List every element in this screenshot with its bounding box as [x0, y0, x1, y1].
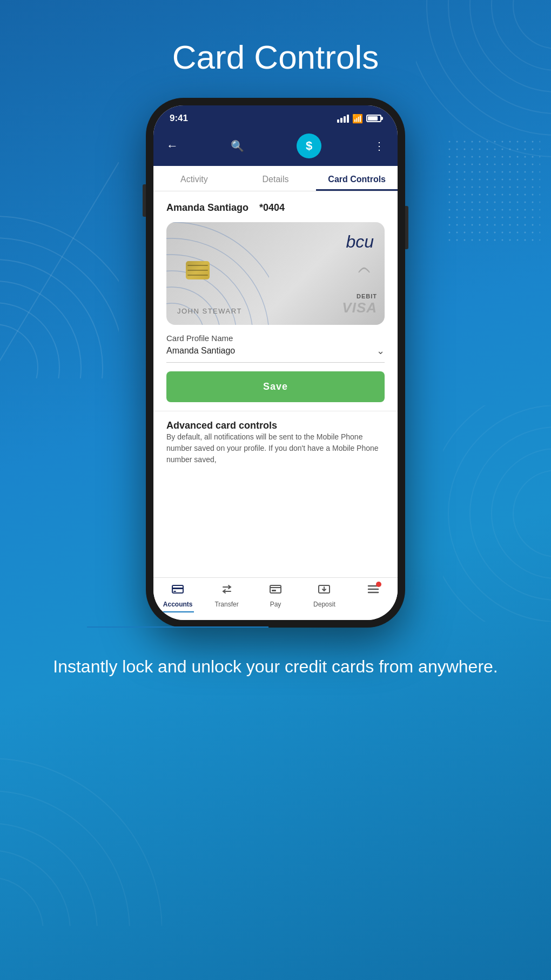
dot-pattern — [448, 141, 540, 243]
nav-accounts[interactable]: Accounts — [153, 583, 202, 612]
status-time: 9:41 — [170, 113, 188, 124]
status-bar: 9:41 📶 — [153, 105, 398, 128]
svg-point-22 — [0, 791, 130, 926]
decorative-arcs-right-mid — [443, 405, 551, 622]
card-chip — [186, 261, 210, 279]
debit-card-visual: bcu DEBIT — [166, 222, 385, 325]
svg-rect-33 — [270, 585, 281, 593]
profile-field-value: Amanda Santiago — [166, 346, 235, 356]
tab-card-controls[interactable]: Card Controls — [316, 166, 398, 191]
signal-icon — [337, 115, 349, 123]
menu-badge-dot — [376, 582, 381, 587]
card-holder-name: JOHN STEWART — [177, 307, 242, 315]
chevron-down-icon: ⌄ — [377, 345, 385, 357]
svg-rect-35 — [272, 590, 276, 591]
card-visa-text: VISA — [342, 299, 377, 316]
nav-menu[interactable] — [349, 583, 398, 612]
transfer-icon — [220, 583, 233, 598]
tab-activity[interactable]: Activity — [153, 166, 235, 191]
card-content: Amanda Santiago *0404 — [153, 191, 398, 577]
accounts-icon — [171, 583, 184, 598]
menu-icon — [367, 583, 380, 598]
svg-point-23 — [0, 758, 162, 926]
svg-rect-31 — [172, 588, 183, 589]
profile-select[interactable]: Amanda Santiago ⌄ — [166, 345, 385, 363]
svg-point-2 — [0, 281, 81, 378]
decorative-arcs-right-top — [416, 0, 551, 162]
deposit-icon — [318, 583, 331, 598]
svg-point-11 — [416, 0, 551, 157]
advanced-desc: By default, all notifications will be se… — [166, 431, 385, 465]
phone-screen: 9:41 📶 ← 🔍 $ ⋮ — [153, 105, 398, 620]
svg-point-14 — [513, 470, 551, 557]
card-debit-label: DEBIT — [342, 293, 377, 299]
svg-point-17 — [448, 405, 551, 622]
svg-point-15 — [492, 449, 551, 578]
bottom-tagline: Instantly lock and unlock your credit ca… — [10, 655, 541, 679]
svg-rect-32 — [173, 591, 176, 592]
nav-transfer-label: Transfer — [214, 601, 238, 608]
pay-icon — [269, 583, 282, 598]
svg-point-19 — [0, 877, 43, 926]
wifi-icon: 📶 — [352, 114, 363, 124]
save-button[interactable]: Save — [166, 371, 385, 402]
card-owner-name: Amanda Santiago *0404 — [166, 202, 285, 213]
svg-point-25 — [166, 287, 220, 325]
svg-point-18 — [443, 405, 551, 622]
nav-pay-label: Pay — [270, 601, 281, 608]
svg-point-8 — [470, 0, 551, 92]
card-visa-area: DEBIT VISA — [342, 293, 377, 316]
card-owner-header: Amanda Santiago *0404 — [166, 202, 385, 214]
nav-pay[interactable]: Pay — [251, 583, 300, 612]
search-button[interactable]: 🔍 — [231, 139, 244, 152]
bottom-nav: Accounts Transfer — [153, 577, 398, 620]
svg-point-20 — [0, 850, 70, 926]
back-button[interactable]: ← — [166, 139, 178, 153]
battery-icon — [366, 115, 381, 122]
decorative-arcs-left — [0, 162, 119, 378]
card-brand-logo: bcu — [346, 232, 374, 252]
profile-field-label: Card Profile Name — [166, 334, 385, 343]
app-header: ← 🔍 $ ⋮ — [153, 128, 398, 166]
svg-point-10 — [427, 0, 551, 135]
phone-mockup: 9:41 📶 ← 🔍 $ ⋮ — [146, 98, 405, 628]
logo-text: $ — [306, 139, 312, 153]
tab-details[interactable]: Details — [235, 166, 317, 191]
app-logo: $ — [297, 134, 321, 158]
phone-shell: 9:41 📶 ← 🔍 $ ⋮ — [146, 98, 405, 628]
advanced-title: Advanced card controls — [166, 420, 385, 431]
menu-button[interactable]: ⋮ — [374, 139, 385, 152]
svg-point-6 — [513, 0, 551, 49]
page-title: Card Controls — [172, 38, 379, 76]
svg-point-4 — [0, 238, 119, 378]
svg-point-5 — [0, 216, 119, 378]
svg-point-16 — [470, 427, 551, 600]
nav-deposit[interactable]: Deposit — [300, 583, 348, 612]
contactless-icon — [358, 261, 371, 280]
decorative-arcs-bottom-left — [0, 737, 162, 926]
svg-rect-13 — [448, 141, 540, 243]
nav-transfer[interactable]: Transfer — [202, 583, 251, 612]
section-divider — [153, 411, 398, 411]
nav-deposit-label: Deposit — [313, 601, 335, 608]
advanced-section: Advanced card controls By default, all n… — [166, 420, 385, 465]
svg-point-21 — [0, 823, 97, 926]
tab-bar: Activity Details Card Controls — [153, 166, 398, 191]
nav-accounts-label: Accounts — [163, 601, 193, 608]
bcu-text: bcu — [346, 232, 374, 251]
profile-name-field: Card Profile Name Amanda Santiago ⌄ — [166, 334, 385, 363]
status-icons: 📶 — [337, 114, 381, 124]
svg-point-7 — [492, 0, 551, 70]
svg-point-1 — [0, 303, 59, 378]
